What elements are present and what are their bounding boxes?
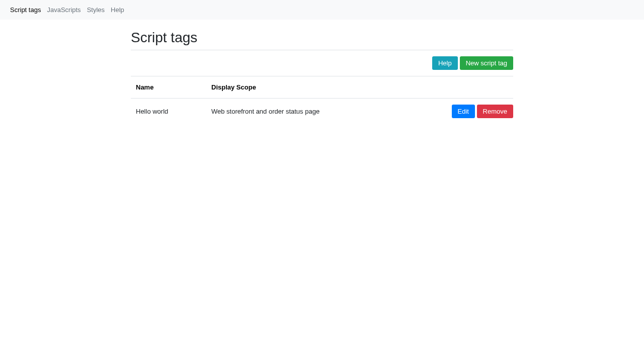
cell-display-scope: Web storefront and order status page	[206, 99, 403, 125]
nav-item-javascripts[interactable]: JavaScripts	[47, 6, 80, 14]
nav-item-styles[interactable]: Styles	[87, 6, 105, 14]
new-script-tag-button[interactable]: New script tag	[460, 56, 513, 70]
top-nav: Script tags JavaScripts Styles Help	[0, 0, 644, 20]
nav-item-help[interactable]: Help	[111, 6, 124, 14]
column-header-actions	[403, 76, 513, 99]
main-container: Script tags Help New script tag Name Dis…	[121, 20, 523, 134]
help-button[interactable]: Help	[432, 56, 458, 70]
cell-name: Hello world	[131, 99, 206, 125]
page-title: Script tags	[131, 30, 513, 50]
edit-button[interactable]: Edit	[452, 105, 475, 118]
column-header-name: Name	[131, 76, 206, 99]
action-bar: Help New script tag	[131, 50, 513, 76]
script-tags-table: Name Display Scope Hello world Web store…	[131, 76, 513, 124]
remove-button[interactable]: Remove	[477, 105, 513, 118]
table-row: Hello world Web storefront and order sta…	[131, 99, 513, 125]
nav-item-script-tags[interactable]: Script tags	[10, 6, 41, 14]
column-header-display-scope: Display Scope	[206, 76, 403, 99]
cell-actions: Edit Remove	[403, 99, 513, 125]
